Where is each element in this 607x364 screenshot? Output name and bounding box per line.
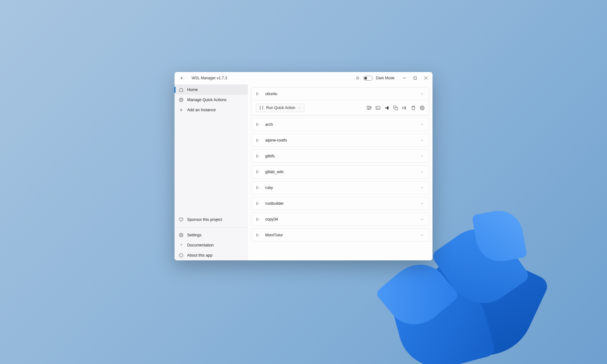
instance-name: MoniTutor bbox=[265, 233, 420, 237]
instance-header[interactable]: ruby bbox=[251, 181, 429, 194]
braces-icon bbox=[259, 106, 264, 110]
back-button[interactable] bbox=[178, 76, 186, 80]
svg-point-8 bbox=[181, 234, 182, 236]
sidebar: Home Manage Quick Actions Add an Instanc… bbox=[175, 84, 248, 260]
instance-row: ubuntu Run Quick Action bbox=[251, 87, 429, 115]
chevron-up-icon bbox=[420, 92, 425, 96]
chevron-down-icon bbox=[420, 138, 425, 142]
titlebar: WSL Manager v1.7.3 Dark Mode bbox=[175, 72, 432, 84]
chevron-down-icon bbox=[420, 154, 425, 158]
instance-header[interactable]: gitbfs bbox=[251, 150, 429, 162]
svg-point-19 bbox=[421, 107, 423, 108]
svg-marker-14 bbox=[257, 93, 259, 95]
gear-icon bbox=[179, 233, 183, 237]
sidebar-item-add-instance[interactable]: Add an Instance bbox=[175, 105, 248, 115]
instance-row: copy34 bbox=[251, 213, 429, 226]
instance-header[interactable]: copy34 bbox=[251, 213, 429, 226]
instance-name: gitbfs bbox=[265, 154, 420, 158]
instance-header[interactable]: rustbuilder bbox=[251, 197, 429, 210]
instance-header[interactable]: ubuntu bbox=[251, 88, 429, 100]
sidebar-item-label: Documentation bbox=[187, 243, 214, 247]
sidebar-item-label: Add an Instance bbox=[187, 108, 216, 112]
instance-name: ubuntu bbox=[265, 92, 420, 96]
instance-header[interactable]: alpine-rootfs bbox=[251, 134, 429, 147]
window-title: WSL Manager v1.7.3 bbox=[192, 76, 227, 80]
play-icon[interactable] bbox=[256, 92, 260, 96]
run-quick-action-button[interactable]: Run Quick Action bbox=[256, 104, 304, 112]
svg-marker-21 bbox=[257, 139, 259, 142]
chevron-down-icon bbox=[420, 233, 425, 237]
svg-point-0 bbox=[357, 77, 359, 79]
main-content: ubuntu Run Quick Action bbox=[248, 84, 432, 260]
instance-name: copy34 bbox=[265, 217, 420, 221]
maximize-button[interactable] bbox=[410, 72, 420, 84]
sidebar-item-label: Home bbox=[187, 88, 198, 92]
rename-icon[interactable] bbox=[402, 105, 407, 110]
instance-row: arch bbox=[251, 118, 429, 131]
sidebar-item-label: About this app bbox=[187, 253, 212, 258]
info-icon bbox=[179, 253, 183, 258]
sidebar-item-label: Sponsor this project bbox=[187, 217, 222, 222]
terminal-icon[interactable] bbox=[375, 105, 380, 110]
sidebar-item-sponsor[interactable]: Sponsor this project bbox=[175, 215, 248, 225]
svg-rect-18 bbox=[402, 107, 405, 109]
heart-icon bbox=[179, 217, 183, 222]
window-controls bbox=[399, 72, 431, 84]
play-icon[interactable] bbox=[256, 185, 260, 190]
instance-name: alpine-rootfs bbox=[265, 138, 420, 143]
sidebar-item-label: Settings bbox=[187, 233, 201, 237]
play-icon[interactable] bbox=[256, 201, 260, 206]
play-icon[interactable] bbox=[256, 170, 260, 174]
instance-header[interactable]: MoniTutor bbox=[251, 229, 429, 241]
question-icon bbox=[179, 243, 183, 247]
play-icon[interactable] bbox=[256, 217, 260, 221]
instance-row: rustbuilder bbox=[251, 197, 429, 210]
svg-point-5 bbox=[181, 99, 182, 100]
instance-row: gitlab_wiki bbox=[251, 165, 429, 179]
svg-marker-26 bbox=[257, 218, 259, 221]
plus-icon bbox=[179, 108, 183, 112]
svg-point-9 bbox=[179, 243, 183, 247]
delete-icon[interactable] bbox=[411, 105, 416, 110]
sidebar-item-about[interactable]: About this app bbox=[175, 250, 248, 260]
sidebar-item-home[interactable]: Home bbox=[175, 85, 248, 95]
svg-marker-24 bbox=[257, 186, 259, 189]
dark-mode-label: Dark Mode bbox=[376, 76, 395, 80]
sidebar-item-documentation[interactable]: Documentation bbox=[175, 240, 248, 250]
quick-action-label: Run Quick Action bbox=[266, 106, 295, 110]
chevron-down-icon bbox=[298, 106, 301, 109]
svg-rect-15 bbox=[376, 106, 380, 109]
instance-row: MoniTutor bbox=[251, 228, 429, 242]
settings-icon[interactable] bbox=[420, 105, 425, 110]
dark-mode-toggle[interactable] bbox=[363, 76, 373, 81]
chevron-down-icon bbox=[420, 202, 425, 205]
minimize-button[interactable] bbox=[399, 72, 410, 84]
chevron-down-icon bbox=[420, 170, 425, 174]
folder-icon[interactable] bbox=[366, 105, 371, 110]
play-icon[interactable] bbox=[256, 233, 260, 237]
sidebar-item-settings[interactable]: Settings bbox=[175, 230, 248, 240]
svg-marker-23 bbox=[257, 171, 259, 173]
svg-marker-22 bbox=[257, 155, 259, 158]
instance-header[interactable]: arch bbox=[251, 118, 429, 131]
play-icon[interactable] bbox=[256, 122, 260, 127]
play-icon[interactable] bbox=[256, 138, 260, 143]
instance-row: alpine-rootfs bbox=[251, 134, 429, 147]
svg-marker-27 bbox=[257, 234, 259, 237]
gear-icon bbox=[179, 98, 183, 102]
sidebar-item-manage-quick-actions[interactable]: Manage Quick Actions bbox=[175, 95, 248, 105]
vscode-icon[interactable] bbox=[384, 105, 389, 110]
instance-header[interactable]: gitlab_wiki bbox=[251, 166, 429, 178]
instance-name: rustbuilder bbox=[265, 201, 420, 206]
copy-icon[interactable] bbox=[393, 105, 398, 110]
bug-icon[interactable] bbox=[354, 76, 361, 80]
instance-name: gitlab_wiki bbox=[265, 170, 420, 174]
close-button[interactable] bbox=[420, 72, 431, 84]
svg-rect-17 bbox=[395, 107, 397, 110]
chevron-down-icon bbox=[420, 123, 425, 126]
home-icon bbox=[179, 88, 183, 92]
instance-row: ruby bbox=[251, 181, 429, 194]
svg-rect-2 bbox=[414, 77, 416, 79]
instance-name: ruby bbox=[265, 185, 420, 190]
play-icon[interactable] bbox=[256, 154, 260, 158]
